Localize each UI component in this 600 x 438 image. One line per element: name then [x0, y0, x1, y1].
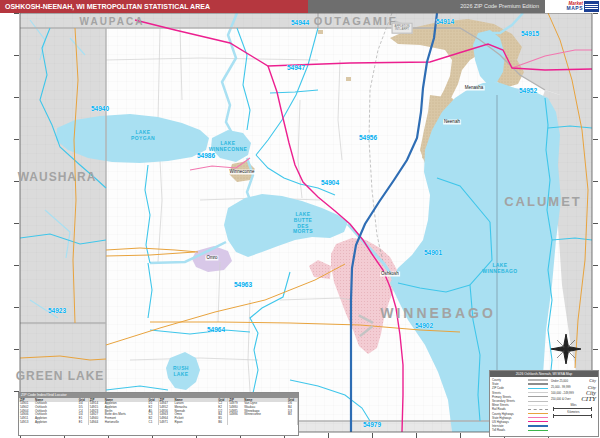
zip-index-row: 54913AppletonE1 [19, 421, 88, 425]
name-cell: Ripon [175, 421, 219, 425]
publisher-logo: Market MAPS [545, 0, 600, 13]
zip-index-row: 54971RiponB6 [159, 421, 228, 425]
zip-index-col-4: ZIPNameGrid54979Van DyneD654980WaukauB45… [228, 398, 298, 425]
legend-line-sample [528, 430, 548, 431]
edition-label: 2026 ZIP Code Premium Edition [308, 0, 545, 13]
title-bar: OSHKOSH-NEENAH, WI METROPOLITAN STATISTI… [0, 0, 600, 13]
zip-cell: 54971 [159, 421, 175, 425]
legend-line-sample [528, 417, 548, 418]
logo-mark [584, 1, 599, 12]
scalebar-km-label: Kilometers [551, 411, 596, 414]
legend-panel: 2026 Oshkosh-Neenah, WI MSA Map CountySt… [489, 370, 599, 437]
zip-index-panel: ZIP Code Index/Grid Locator ZIPNameGrid5… [18, 392, 299, 436]
legend-population-rows: Under 25,000City25,000 - 99,999City100,0… [551, 378, 596, 402]
scalebar-miles: Miles [551, 404, 596, 411]
name-cell: Hortonville [105, 421, 149, 425]
legend-road-rows: CountyStateZIP CodeStreetsPrimary Street… [492, 378, 548, 432]
zip-index-row: 54986WinneconneB3 [228, 413, 297, 417]
scalebar-km: Kilometers [551, 411, 596, 418]
legend-line-sample [528, 388, 548, 389]
city-sample: City [589, 379, 596, 383]
zip-index-col-3: ZIPNameGrid54947LarsenC254952MenashaE254… [159, 398, 229, 425]
legend-line-sample [528, 396, 548, 397]
legend-line-sample [528, 421, 548, 422]
legend-line-sample [528, 401, 548, 402]
legend-row-label: Toll Roads [492, 428, 528, 432]
zip-index-row: 54944HortonvilleC1 [89, 421, 158, 425]
legend-scalebars: Miles Kilometers [551, 404, 596, 418]
legend-line-sample [528, 405, 548, 406]
map-title: OSHKOSH-NEENAH, WI METROPOLITAN STATISTI… [0, 0, 308, 13]
grid-cell: B6 [218, 421, 227, 425]
legend-line-sample [528, 392, 548, 393]
population-row: 250,000 & OverCITY [551, 396, 596, 402]
grid-cell: B3 [288, 413, 297, 417]
legend-line-sample [528, 425, 548, 427]
population-range: Under 25,000 [551, 379, 568, 383]
logo-word-2: MAPS [567, 6, 583, 11]
zip-cell: 54986 [228, 413, 244, 417]
population-range: 25,000 - 99,999 [551, 385, 571, 389]
name-cell: Winneconne [244, 413, 288, 417]
city-sample: City [588, 385, 596, 390]
legend-line-sample [528, 383, 548, 385]
city-sample: CITY [581, 396, 596, 403]
legend-row-toll-roads: Toll Roads [492, 428, 548, 432]
name-cell: Appleton [35, 421, 79, 425]
population-range: 100,000 - 249,999 [551, 391, 574, 395]
scalebar-miles-label: Miles [551, 404, 596, 407]
zip-cell: 54944 [89, 421, 105, 425]
zip-index-col-1: ZIPNameGrid54901OshkoshD454902OshkoshD55… [19, 398, 89, 425]
legend-line-sample [528, 413, 548, 414]
zip-cell: 54913 [19, 421, 35, 425]
grid-cell: E1 [79, 421, 88, 425]
zip-index-col-2: ZIPNameGrid54914AppletonD154915AppletonE… [89, 398, 159, 425]
zip-index-columns: ZIPNameGrid54901OshkoshD454902OshkoshD55… [19, 398, 298, 425]
grid-cell: C1 [149, 421, 158, 425]
population-range: 250,000 & Over [551, 397, 571, 401]
legend-line-sample [528, 379, 548, 381]
legend-line-sample [528, 409, 548, 410]
